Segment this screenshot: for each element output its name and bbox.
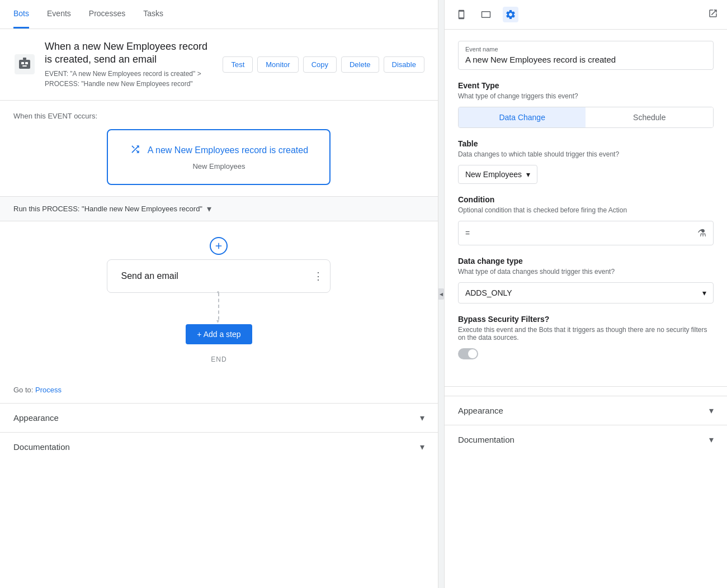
toolbar-icons	[454, 7, 518, 22]
delete-button[interactable]: Delete	[341, 56, 379, 73]
add-step-button[interactable]: + Add a step	[186, 324, 252, 344]
disable-button[interactable]: Disable	[384, 56, 424, 73]
svg-rect-3	[25, 62, 28, 64]
process-bar[interactable]: Run this PROCESS: "Handle new New Employ…	[0, 196, 438, 221]
end-label: END	[211, 355, 226, 363]
svg-rect-2	[21, 62, 24, 64]
right-appearance-chevron-icon: ▾	[709, 405, 714, 416]
appearance-chevron-icon: ▾	[420, 412, 424, 423]
event-name-field-label: Event name	[465, 46, 706, 53]
data-change-button[interactable]: Data Change	[459, 107, 586, 127]
mobile-icon[interactable]	[454, 7, 469, 22]
bypass-security-group: Bypass Security Filters? Execute this ev…	[458, 315, 714, 359]
table-field-group: Table Data changes to which table should…	[458, 139, 714, 184]
bot-actions: Test Monitor Copy Delete Disable	[223, 56, 424, 73]
bypass-security-toggle[interactable]	[458, 348, 478, 359]
data-change-type-select[interactable]: ADDS_ONLY ▾	[458, 282, 714, 304]
copy-button[interactable]: Copy	[303, 56, 337, 73]
main-content: When a new New Employees record is creat…	[0, 29, 438, 588]
right-divider	[445, 386, 727, 387]
data-change-type-value: ADDS_ONLY	[465, 288, 512, 297]
right-appearance-label: Appearance	[458, 406, 503, 415]
svg-rect-5	[23, 58, 26, 60]
process-label: Run this PROCESS: "Handle new New Employ…	[13, 205, 202, 213]
bot-title-area: When a new New Employees record is creat…	[45, 40, 214, 89]
event-type-desc: What type of change triggers this event?	[458, 92, 714, 100]
tab-bots[interactable]: Bots	[13, 0, 29, 29]
steps-area: Send an email ⋮ + Add a step END	[0, 221, 438, 381]
step-card[interactable]: Send an email ⋮	[107, 259, 331, 293]
expand-icon[interactable]	[708, 8, 718, 21]
monitor-button[interactable]: Monitor	[257, 56, 298, 73]
left-accordion-documentation[interactable]: Documentation ▾	[0, 432, 438, 461]
event-card[interactable]: A new New Employees record is created Ne…	[107, 129, 331, 185]
data-change-type-group: Data change type What type of data chang…	[458, 257, 714, 304]
process-link[interactable]: Process	[35, 386, 62, 394]
event-card-title: A new New Employees record is created	[148, 145, 308, 155]
left-accordion-appearance[interactable]: Appearance ▾	[0, 403, 438, 432]
step-menu-icon[interactable]: ⋮	[313, 270, 323, 282]
table-dropdown[interactable]: New Employees ▾	[458, 165, 537, 184]
condition-input[interactable]: = ⚗	[458, 221, 714, 245]
bot-icon	[13, 53, 36, 75]
table-desc: Data changes to which table should trigg…	[458, 150, 714, 158]
event-type-title: Event Type	[458, 81, 714, 90]
event-type-toggle: Data Change Schedule	[458, 107, 714, 128]
appearance-label: Appearance	[13, 413, 59, 423]
condition-field-group: Condition Optional condition that is che…	[458, 195, 714, 245]
dashed-connector	[218, 293, 219, 320]
right-documentation-label: Documentation	[458, 435, 514, 444]
documentation-label: Documentation	[13, 442, 70, 452]
condition-beaker-icon: ⚗	[697, 227, 706, 239]
test-button[interactable]: Test	[223, 56, 253, 73]
table-chevron-icon: ▾	[526, 170, 530, 179]
right-accordion-documentation[interactable]: Documentation ▾	[445, 425, 727, 454]
tab-processes[interactable]: Processes	[89, 0, 125, 29]
right-panel: Event name Event Type What type of chang…	[444, 0, 727, 588]
svg-rect-1	[19, 60, 30, 69]
event-type-group: Event Type What type of change triggers …	[458, 81, 714, 128]
tab-tasks[interactable]: Tasks	[143, 0, 163, 29]
separator-arrow[interactable]: ◀	[438, 288, 444, 300]
right-content: Event name Event Type What type of chang…	[445, 30, 727, 382]
add-step-circle-button[interactable]	[210, 237, 228, 255]
event-card-subtitle: New Employees	[192, 162, 245, 170]
table-value: New Employees	[465, 170, 522, 179]
condition-title: Condition	[458, 195, 714, 204]
tablet-icon[interactable]	[478, 7, 494, 22]
svg-rect-4	[22, 65, 27, 67]
right-toolbar	[445, 0, 727, 30]
bot-title: When a new New Employees record is creat…	[45, 40, 214, 67]
documentation-chevron-icon: ▾	[420, 442, 424, 452]
right-documentation-chevron-icon: ▾	[709, 434, 714, 445]
event-name-input[interactable]	[465, 55, 706, 64]
step-card-title: Send an email	[121, 271, 178, 281]
left-panel: Bots Events Processes Tasks When a new N…	[0, 0, 438, 588]
event-section-label: When this EVENT occurs:	[13, 112, 424, 120]
data-change-type-chevron-icon: ▾	[702, 288, 706, 297]
schedule-button[interactable]: Schedule	[586, 107, 713, 127]
settings-gear-icon[interactable]	[503, 7, 518, 22]
panel-separator: ◀	[438, 0, 444, 588]
right-accordion-appearance[interactable]: Appearance ▾	[445, 396, 727, 425]
data-change-type-title: Data change type	[458, 257, 714, 265]
table-title: Table	[458, 139, 714, 148]
flow-area: When this EVENT occurs: A new New Employ…	[0, 101, 438, 196]
bot-meta: EVENT: "A new New Employees record is cr…	[45, 69, 214, 89]
top-nav: Bots Events Processes Tasks	[0, 0, 438, 29]
event-name-field-group: Event name	[458, 41, 714, 70]
bypass-security-desc: Execute this event and the Bots that it …	[458, 326, 714, 342]
bypass-security-title: Bypass Security Filters?	[458, 315, 714, 324]
bot-header: When a new New Employees record is creat…	[0, 29, 438, 101]
process-chevron-icon: ▾	[207, 203, 211, 214]
condition-value: =	[465, 229, 470, 238]
tab-events[interactable]: Events	[47, 0, 71, 29]
goto-section: Go to: Process	[0, 381, 438, 403]
event-shuffle-icon	[130, 144, 141, 158]
data-change-type-desc: What type of data changes should trigger…	[458, 268, 714, 276]
condition-desc: Optional condition that is checked befor…	[458, 206, 714, 214]
